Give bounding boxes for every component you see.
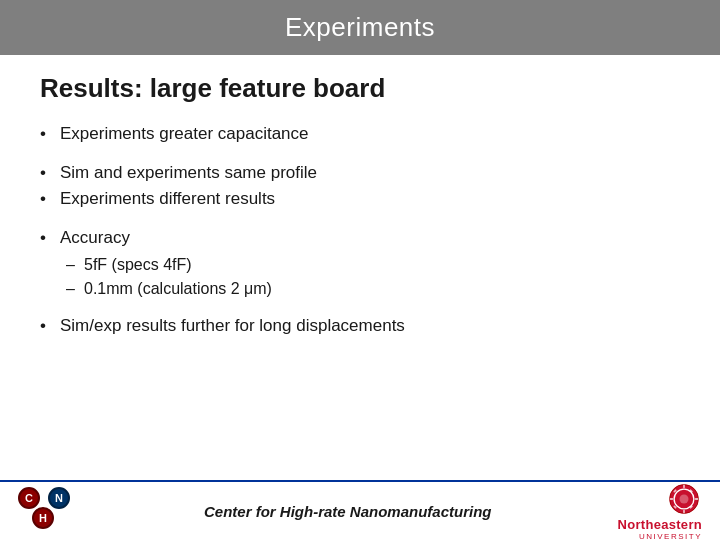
sub-bullet-text-4-2: 0.1mm (calculations 2 μm) (84, 277, 272, 300)
bullet-item-4: • Accuracy (40, 226, 680, 251)
slide: Experiments Results: large feature board… (0, 0, 720, 540)
bullet-item-5: • Sim/exp results further for long displ… (40, 314, 680, 339)
bullet-text-5: Sim/exp results further for long displac… (60, 314, 405, 339)
chn-bottom-row: H (18, 505, 78, 529)
svg-rect-3 (683, 485, 685, 489)
sub-bullet-list-4: – 5fF (specs 4fF) – 0.1mm (calculations … (66, 253, 680, 300)
footer-label: Center for High-rate Nanomanufacturing (204, 503, 492, 520)
svg-rect-6 (695, 498, 699, 500)
bullet-item-1: • Experiments greater capacitance (40, 122, 680, 147)
svg-rect-5 (670, 498, 674, 500)
sub-bullet-item-4-1: – 5fF (specs 4fF) (66, 253, 680, 276)
bullet-item-3: • Experiments different results (40, 187, 680, 212)
bullet-text-2: Sim and experiments same profile (60, 161, 317, 186)
chn-logo: C N H (18, 487, 78, 535)
bullet-group-4: • Accuracy – 5fF (specs 4fF) – 0.1mm (ca… (40, 226, 680, 300)
northeastern-logo: Northeastern UNIVERSITY (617, 481, 702, 540)
sub-bullet-item-4-2: – 0.1mm (calculations 2 μm) (66, 277, 680, 300)
bullet-dot-1: • (40, 122, 60, 147)
circle-h: H (32, 507, 54, 529)
bullet-dot-2: • (40, 161, 60, 186)
bullet-text-1: Experiments greater capacitance (60, 122, 309, 147)
bullet-dot-5: • (40, 314, 60, 339)
bullet-item-2: • Sim and experiments same profile (40, 161, 680, 186)
bullet-dot-3: • (40, 187, 60, 212)
sub-dash-4-2: – (66, 277, 84, 300)
svg-rect-4 (683, 510, 685, 514)
bullet-dot-4: • (40, 226, 60, 251)
slide-footer: C N H Center for High-rate Nanomanufactu… (0, 480, 720, 540)
bullet-group-5: • Sim/exp results further for long displ… (40, 314, 680, 339)
sub-dash-4-1: – (66, 253, 84, 276)
northeastern-sub: UNIVERSITY (639, 532, 702, 540)
slide-title: Results: large feature board (40, 73, 680, 104)
bullet-text-3: Experiments different results (60, 187, 275, 212)
bullet-group-1: • Experiments greater capacitance (40, 122, 680, 147)
slide-content: Results: large feature board • Experimen… (0, 55, 720, 480)
slide-header: Experiments (0, 0, 720, 55)
bullet-text-4: Accuracy (60, 226, 130, 251)
sub-bullet-text-4-1: 5fF (specs 4fF) (84, 253, 192, 276)
chn-logo-container: C N H (18, 487, 78, 535)
svg-point-2 (680, 495, 689, 504)
header-title: Experiments (285, 12, 435, 42)
neu-shield-icon (666, 481, 702, 517)
northeastern-name: Northeastern (617, 517, 702, 532)
bullet-list: • Experiments greater capacitance • Sim … (40, 122, 680, 470)
bullet-group-2: • Sim and experiments same profile • Exp… (40, 161, 680, 212)
footer-center-text: Center for High-rate Nanomanufacturing (78, 503, 617, 520)
